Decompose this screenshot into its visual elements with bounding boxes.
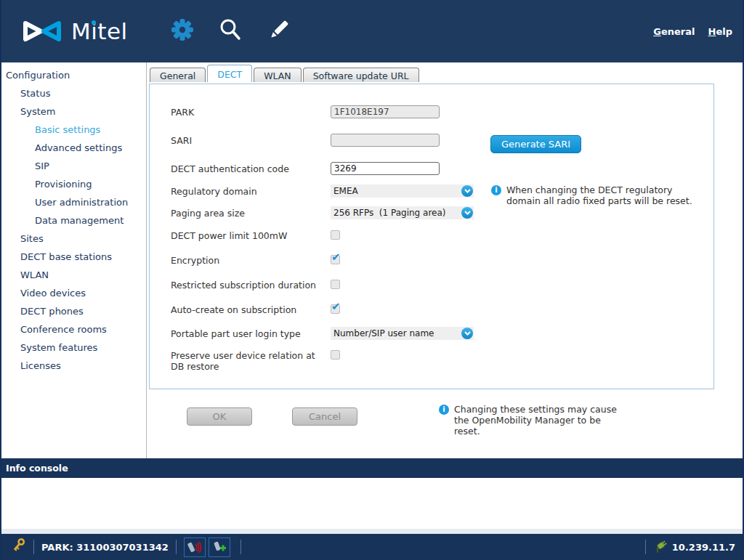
- sidebar-nav: ConfigurationStatusSystemBasic settingsA…: [1, 62, 147, 458]
- logo-i-dot: [92, 20, 96, 25]
- restricted-subscription-row: Restricted subscription duration: [171, 278, 340, 291]
- login-type-select[interactable]: Number/SIP user name: [331, 327, 474, 340]
- sari-row: SARI: [171, 134, 440, 147]
- chevron-down-icon[interactable]: [461, 185, 473, 197]
- mitel-logo-icon: [22, 19, 62, 44]
- restricted-subscription-checkbox[interactable]: [331, 280, 340, 289]
- paging-area-value: 256 RFPs (1 Paging area): [331, 208, 445, 218]
- regulatory-note-text: When changing the DECT regulatory domain…: [506, 184, 709, 206]
- sidebar-item-system[interactable]: System: [1, 102, 146, 121]
- sidebar-item-advanced-settings[interactable]: Advanced settings: [1, 139, 146, 157]
- login-type-label: Portable part user login type: [171, 327, 331, 339]
- info-console-bar: Info console: [1, 458, 743, 478]
- sidebar-item-status[interactable]: Status: [1, 84, 146, 102]
- regulatory-domain-value: EMEA: [331, 186, 358, 196]
- divider: [176, 540, 177, 554]
- main-area: ConfigurationStatusSystemBasic settingsA…: [1, 62, 743, 458]
- sidebar-item-user-administration[interactable]: User administration: [1, 193, 146, 211]
- tab-dect[interactable]: DECT: [207, 65, 252, 82]
- header: Mitel: [1, 0, 743, 62]
- sidebar-item-configuration[interactable]: Configuration: [1, 66, 146, 84]
- divider: [645, 540, 646, 554]
- divider: [240, 540, 241, 554]
- general-link[interactable]: General: [653, 26, 695, 37]
- sidebar-item-basic-settings[interactable]: Basic settings: [1, 121, 146, 139]
- sidebar-item-provisioning[interactable]: Provisioning: [1, 175, 146, 193]
- encryption-label: Encryption: [171, 253, 331, 266]
- ok-button[interactable]: OK: [187, 407, 252, 426]
- paging-area-label: Paging area size: [171, 206, 331, 219]
- network-plug-icon: [653, 538, 668, 556]
- power-limit-label: DECT power limit 100mW: [171, 229, 331, 241]
- preserve-relation-row: Preserve user device relation at DB rest…: [171, 349, 340, 372]
- console-scrollbar[interactable]: [1, 529, 743, 534]
- info-console-output: [1, 478, 743, 529]
- regulatory-domain-row: Regulatory domain EMEA: [171, 184, 474, 198]
- content-area: General DECT WLAN Software update URL PA…: [147, 62, 743, 458]
- chevron-down-icon[interactable]: [461, 328, 473, 339]
- login-type-row: Portable part user login type Number/SIP…: [171, 327, 474, 340]
- park-input[interactable]: [331, 105, 440, 118]
- encryption-row: Encryption: [171, 253, 340, 266]
- paging-area-select[interactable]: 256 RFPs (1 Paging area): [331, 206, 474, 219]
- mitel-logo: Mitel: [22, 18, 128, 44]
- encryption-checkbox[interactable]: [331, 255, 340, 264]
- login-type-value: Number/SIP user name: [331, 328, 434, 338]
- sidebar-item-dect-phones[interactable]: DECT phones: [1, 302, 146, 320]
- sidebar-item-sip[interactable]: SIP: [1, 157, 146, 175]
- edit-pencil-icon[interactable]: [267, 18, 291, 44]
- status-ip-text: 10.239.11.7: [672, 542, 735, 553]
- dect-settings-panel: PARK SARI DECT authentication code Regul…: [149, 84, 714, 389]
- key-icon: [10, 537, 26, 556]
- sari-input[interactable]: [331, 134, 440, 147]
- sidebar-item-dect-base-stations[interactable]: DECT base stations: [1, 248, 146, 266]
- regulatory-domain-label: Regulatory domain: [171, 184, 331, 197]
- dect-subscription-off-button[interactable]: [184, 537, 206, 557]
- power-limit-row: DECT power limit 100mW: [171, 229, 340, 241]
- tab-software-update-url[interactable]: Software update URL: [303, 68, 419, 82]
- sidebar-item-sites[interactable]: Sites: [1, 230, 146, 248]
- sidebar-item-licenses[interactable]: Licenses: [1, 357, 146, 375]
- park-row: PARK: [171, 105, 440, 118]
- generate-sari-button[interactable]: Generate SARI: [490, 135, 581, 153]
- info-console-title: Info console: [6, 463, 68, 474]
- power-limit-checkbox[interactable]: [331, 230, 340, 240]
- sari-label: SARI: [171, 134, 331, 146]
- tab-strip: General DECT WLAN Software update URL: [150, 65, 419, 82]
- sidebar-item-wlan[interactable]: WLAN: [1, 266, 146, 284]
- tab-general[interactable]: General: [150, 68, 206, 82]
- paging-area-row: Paging area size 256 RFPs (1 Paging area…: [171, 206, 474, 219]
- info-icon: i: [439, 405, 449, 415]
- sidebar-item-conference-rooms[interactable]: Conference rooms: [1, 320, 146, 338]
- info-icon: i: [491, 185, 501, 195]
- status-park-text: PARK: 31100307031342: [41, 542, 169, 553]
- auto-create-row: Auto-create on subscription: [171, 303, 340, 315]
- help-link[interactable]: Help: [708, 26, 732, 37]
- auth-code-row: DECT authentication code: [171, 162, 440, 175]
- preserve-relation-checkbox[interactable]: [331, 350, 340, 360]
- header-links: General Help: [653, 26, 732, 37]
- sidebar-item-data-management[interactable]: Data management: [1, 211, 146, 230]
- auth-code-input[interactable]: [331, 162, 440, 175]
- reset-note: i Changing these settings may cause the …: [439, 404, 628, 437]
- logo-text: Mitel: [71, 18, 128, 44]
- reset-note-text: Changing these settings may cause the Op…: [454, 404, 628, 437]
- restricted-subscription-label: Restricted subscription duration: [171, 278, 331, 291]
- cancel-button[interactable]: Cancel: [292, 407, 357, 426]
- auto-create-checkbox[interactable]: [331, 304, 340, 314]
- sidebar-item-system-features[interactable]: System features: [1, 338, 146, 357]
- search-icon[interactable]: [218, 17, 243, 45]
- sidebar-item-video-devices[interactable]: Video devices: [1, 284, 146, 302]
- preserve-relation-label: Preserve user device relation at DB rest…: [171, 349, 331, 372]
- regulatory-note: i When changing the DECT regulatory doma…: [491, 184, 709, 206]
- tab-wlan[interactable]: WLAN: [254, 68, 302, 82]
- status-bar: PARK: 31100307031342: [1, 534, 743, 560]
- add-subscription-button[interactable]: [209, 537, 230, 557]
- chevron-down-icon[interactable]: [461, 207, 473, 219]
- divider: [33, 540, 34, 554]
- settings-gear-icon[interactable]: [170, 17, 195, 45]
- park-label: PARK: [171, 105, 331, 118]
- regulatory-domain-select[interactable]: EMEA: [331, 184, 474, 198]
- auto-create-label: Auto-create on subscription: [171, 303, 331, 315]
- app-window: Mitel: [0, 0, 744, 560]
